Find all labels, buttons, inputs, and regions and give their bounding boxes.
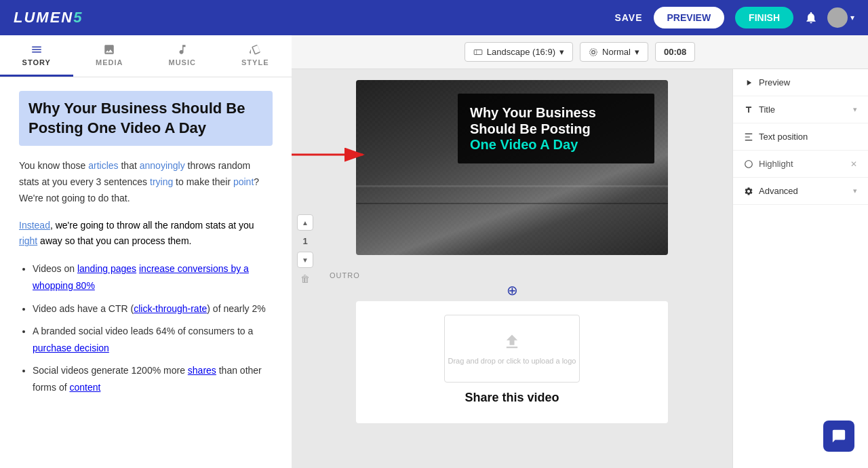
preview-button[interactable]: PREVIEW xyxy=(654,7,725,28)
header: LUMEN5 SAVE PREVIEW FINISH ▾ xyxy=(0,0,868,35)
header-icons: ▾ xyxy=(804,7,854,28)
logo: LUMEN5 xyxy=(14,9,83,26)
header-actions: SAVE PREVIEW FINISH ▾ xyxy=(614,7,854,28)
save-button[interactable]: SAVE xyxy=(614,12,642,23)
avatar-image xyxy=(827,7,848,28)
finish-button[interactable]: FINISH xyxy=(735,7,793,28)
notifications-icon[interactable] xyxy=(804,11,818,24)
user-avatar[interactable]: ▾ xyxy=(827,7,854,28)
